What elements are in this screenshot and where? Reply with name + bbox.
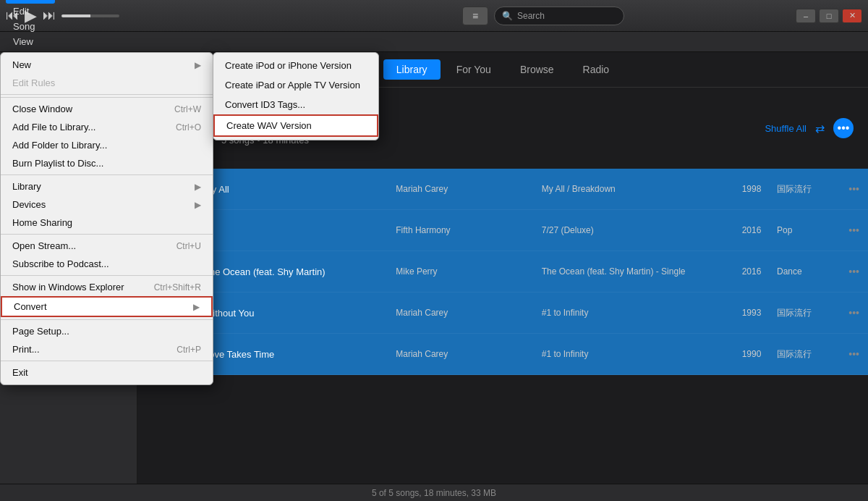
file-menu-item-edit-rules: Edit Rules xyxy=(1,74,213,92)
convert-submenu-item-create-ipod-or-iphone-version[interactable]: Create iPod or iPhone Version xyxy=(213,56,378,75)
file-menu-item-open-stream[interactable]: Open Stream... Ctrl+U xyxy=(1,237,213,255)
shuffle-all-button[interactable]: Shuffle All xyxy=(765,123,807,134)
menu-item-edit[interactable]: Edit xyxy=(6,4,55,19)
song-album: 7/27 (Deluxe) xyxy=(542,225,726,235)
convert-submenu: Create iPod or iPhone VersionCreate iPad… xyxy=(213,52,379,140)
menu-item-label: Close Window xyxy=(12,104,72,114)
menu-divider xyxy=(1,97,213,98)
song-artist: Mariah Carey xyxy=(396,184,534,194)
file-menu-item-home-sharing[interactable]: Home Sharing xyxy=(1,214,213,232)
table-row[interactable]: ♥ Without You Mariah Carey #1 to Infinit… xyxy=(137,292,868,334)
menu-item-shortcut: Ctrl+O xyxy=(176,122,201,132)
song-genre: 国际流行 xyxy=(777,307,835,319)
menu-item-label: Library xyxy=(12,181,41,192)
menu-divider xyxy=(1,94,213,95)
tab-radio[interactable]: Radio xyxy=(570,59,623,80)
song-year: 2016 xyxy=(733,225,770,235)
maximize-button[interactable]: □ xyxy=(819,9,839,23)
song-more-button[interactable]: ••• xyxy=(842,266,859,277)
nav-tabs-items: LibraryFor YouBrowseRadio xyxy=(383,59,622,80)
menu-item-label: Subscribe to Podcast... xyxy=(12,258,109,269)
song-more-button[interactable]: ••• xyxy=(842,183,859,195)
menu-item-shortcut: ▶ xyxy=(195,200,201,210)
menu-item-shortcut: ▶ xyxy=(195,60,201,70)
menu-item-label: Add File to Library... xyxy=(12,122,95,132)
song-genre: Pop xyxy=(777,225,835,235)
menu-item-label: Print... xyxy=(12,344,40,355)
table-row[interactable]: The Ocean (feat. Shy Martin) Mike Perry … xyxy=(137,251,868,292)
menu-item-label: Exit xyxy=(12,367,28,378)
file-menu: New ▶Edit Rules Close Window Ctrl+WAdd F… xyxy=(0,52,213,385)
list-icon: ≡ xyxy=(472,10,478,22)
menu-item-label: Add Folder to Library... xyxy=(12,140,107,151)
status-bar: 5 of 5 songs, 18 minutes, 33 MB xyxy=(0,484,868,501)
file-menu-item-show-in-windows-explorer[interactable]: Show in Windows Explorer Ctrl+Shift+R xyxy=(1,278,213,296)
menu-item-shortcut: Ctrl+P xyxy=(176,345,201,355)
menu-divider xyxy=(1,174,213,175)
close-button[interactable]: ✕ xyxy=(842,9,862,23)
menu-item-label: Convert xyxy=(14,301,47,312)
menu-item-view[interactable]: View xyxy=(6,34,55,49)
song-album: #1 to Infinity xyxy=(542,349,726,359)
search-icon: 🔍 xyxy=(502,11,513,21)
volume-slider[interactable] xyxy=(61,14,119,17)
table-row[interactable]: Fifth Harmony 7/27 (Deluxe) 2016 Pop ••• xyxy=(137,210,868,251)
convert-submenu-overlay: Create iPod or iPhone VersionCreate iPad… xyxy=(213,52,379,140)
song-album: My All / Breakdown xyxy=(542,184,726,194)
song-genre: Dance xyxy=(777,266,835,277)
file-menu-item-add-file-to-library[interactable]: Add File to Library... Ctrl+O xyxy=(1,118,213,136)
convert-submenu-item-convert-id3-tags[interactable]: Convert ID3 Tags... xyxy=(213,95,378,114)
file-menu-item-subscribe-to-podcast[interactable]: Subscribe to Podcast... xyxy=(1,255,213,273)
file-menu-item-convert[interactable]: Convert ▶ xyxy=(1,296,213,317)
menu-divider xyxy=(1,275,213,276)
tab-library[interactable]: Library xyxy=(383,59,441,80)
list-view-button[interactable]: ≡ xyxy=(462,7,488,25)
song-year: 2016 xyxy=(733,266,770,277)
song-artist: Mariah Carey xyxy=(396,308,534,318)
song-more-button[interactable]: ••• xyxy=(842,348,859,360)
search-input[interactable]: Search xyxy=(517,11,545,21)
file-menu-item-exit[interactable]: Exit xyxy=(1,363,213,382)
menu-item-label: Open Stream... xyxy=(12,240,76,251)
more-button[interactable]: ••• xyxy=(833,118,854,138)
minimize-button[interactable]: – xyxy=(796,9,816,23)
search-box[interactable]: 🔍 Search xyxy=(494,7,624,25)
file-menu-item-page-setup[interactable]: Page Setup... xyxy=(1,322,213,340)
file-menu-item-library[interactable]: Library ▶ xyxy=(1,177,213,195)
song-year: 1998 xyxy=(733,184,770,194)
menu-item-label: New xyxy=(12,59,31,70)
menu-item-label: Burn Playlist to Disc... xyxy=(12,158,103,169)
menu-divider xyxy=(1,319,213,320)
file-menu-item-close-window[interactable]: Close Window Ctrl+W xyxy=(1,100,213,118)
song-genre: 国际流行 xyxy=(777,183,835,195)
file-menu-item-burn-playlist-to-disc[interactable]: Burn Playlist to Disc... xyxy=(1,154,213,172)
menu-item-label: Home Sharing xyxy=(12,217,72,228)
menu-item-label: Show in Windows Explorer xyxy=(12,282,124,292)
song-table: My All Mariah Carey My All / Breakdown 1… xyxy=(137,169,868,484)
table-row[interactable]: My All Mariah Carey My All / Breakdown 1… xyxy=(137,169,868,210)
song-genre: 国际流行 xyxy=(777,348,835,361)
file-menu-item-devices[interactable]: Devices ▶ xyxy=(1,195,213,214)
table-row[interactable]: ♥ Love Takes Time Mariah Carey #1 to Inf… xyxy=(137,334,868,375)
menu-item-song[interactable]: Song xyxy=(6,19,55,34)
song-more-button[interactable]: ••• xyxy=(842,224,859,236)
song-artist: Mike Perry xyxy=(396,266,534,277)
menu-divider xyxy=(1,234,213,235)
menu-item-label: Devices xyxy=(12,199,46,210)
song-title: My All xyxy=(204,184,388,195)
song-rows: My All Mariah Carey My All / Breakdown 1… xyxy=(137,169,868,375)
song-album: #1 to Infinity xyxy=(542,308,726,318)
menu-divider xyxy=(1,361,213,361)
file-menu-item-print[interactable]: Print... Ctrl+P xyxy=(1,340,213,358)
menu-item-shortcut: ▶ xyxy=(193,302,200,312)
convert-submenu-item-create-ipad-or-apple-tv-version[interactable]: Create iPad or Apple TV Version xyxy=(213,75,378,95)
file-menu-item-add-folder-to-library[interactable]: Add Folder to Library... xyxy=(1,136,213,154)
song-more-button[interactable]: ••• xyxy=(842,307,859,319)
file-menu-item-new[interactable]: New ▶ xyxy=(1,56,213,74)
shuffle-icon[interactable]: ⇄ xyxy=(815,122,825,135)
tab-browse[interactable]: Browse xyxy=(507,59,567,80)
tab-for-you[interactable]: For You xyxy=(443,59,504,80)
convert-submenu-item-create-wav-version[interactable]: Create WAV Version xyxy=(213,114,378,137)
menu-item-shortcut: Ctrl+U xyxy=(176,241,201,251)
menu-item-label: Page Setup... xyxy=(12,326,69,337)
